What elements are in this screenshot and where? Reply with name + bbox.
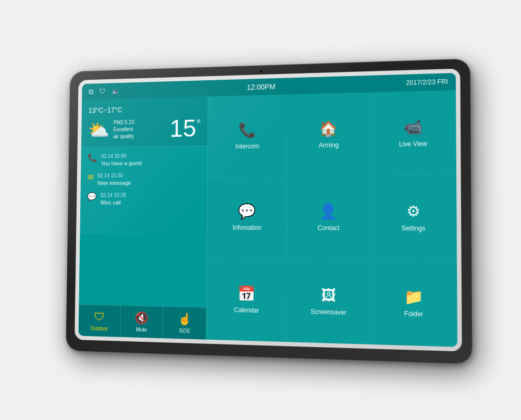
tablet-device: ⧉ 🛡 🔈 12:00PM 2017/2/23 FRI 13°C~17°C ⛅ — [66, 58, 472, 364]
notif-missed: 💬 02.14 10:28 Miss call — [87, 191, 200, 206]
notif-guest-text: 02.14 20:00 You have a guest — [101, 152, 142, 168]
missed-call-icon: 💬 — [87, 192, 97, 201]
information-button[interactable]: 💬 Infomation — [207, 176, 288, 258]
settings-icon: ⚙ — [406, 203, 420, 220]
information-icon: 💬 — [238, 203, 256, 220]
settings-button[interactable]: ⚙ Settings — [371, 175, 457, 261]
pm25-value: PM2.5 23 — [114, 119, 134, 126]
volume-icon: 🔈 — [111, 87, 120, 95]
shortcuts-section: 🛡 Outdoor 🔇 Mute ☝ SOS — [79, 304, 206, 339]
status-left-icons: ⧉ 🛡 🔈 — [89, 87, 120, 96]
outdoor-button[interactable]: 🛡 Outdoor — [79, 305, 121, 337]
weather-row: ⛅ PM2.5 23 Excellent air quality 15° — [88, 116, 201, 142]
notif-message: ✉ 02.14 15:30 New message — [88, 171, 201, 187]
intercom-button[interactable]: 📞 Intercom — [208, 94, 288, 176]
tablet-bezel: ⧉ 🛡 🔈 12:00PM 2017/2/23 FRI 13°C~17°C ⛅ — [75, 68, 462, 351]
contact-label: Contact — [318, 225, 340, 232]
calendar-button[interactable]: 📅 Calendar — [206, 258, 287, 342]
notifications-section: 📞 02.14 20:00 You have a guest ✉ 02.14 1… — [79, 146, 207, 307]
liveview-icon: 📹 — [403, 118, 423, 136]
message-icon: ✉ — [88, 172, 94, 182]
screensaver-button[interactable]: 🖼 Screensaver — [287, 259, 370, 344]
folder-label: Folder — [404, 310, 423, 318]
weather-section: 13°C~17°C ⛅ PM2.5 23 Excellent air quali… — [81, 96, 208, 147]
status-date: 2017/2/23 FRI — [406, 78, 448, 87]
intercom-icon: 📞 — [239, 121, 256, 139]
quality-label1: Excellent — [114, 126, 134, 133]
calendar-label: Calendar — [234, 306, 259, 314]
mute-button[interactable]: 🔇 Mute — [120, 306, 164, 338]
sos-icon: ☝ — [178, 312, 191, 326]
folder-icon: 📁 — [404, 288, 423, 306]
camera — [259, 69, 263, 73]
notif-message-text: 02.14 15:30 New message — [97, 171, 131, 187]
arming-label: Arming — [319, 141, 339, 149]
liveview-button[interactable]: 📹 Live View — [370, 90, 456, 175]
notif-missed-text: 02.14 10:28 Miss call — [101, 191, 126, 207]
mute-label: Mute — [136, 327, 147, 332]
phone-icon: 📞 — [88, 153, 97, 163]
arming-button[interactable]: 🏠 Arming — [288, 92, 370, 176]
screen: ⧉ 🛡 🔈 12:00PM 2017/2/23 FRI 13°C~17°C ⛅ — [79, 73, 457, 347]
outdoor-icon: 🛡 — [94, 311, 105, 324]
contact-button[interactable]: 👤 Contact — [288, 176, 370, 260]
contact-icon: 👤 — [319, 203, 338, 220]
weather-icon: ⛅ — [88, 119, 110, 141]
intercom-label: Intercom — [235, 142, 259, 150]
screensaver-icon: 🖼 — [321, 287, 336, 304]
shield-icon: 🛡 — [99, 87, 106, 95]
current-temp: 15° — [170, 116, 201, 141]
screensaver-label: Screensaver — [311, 308, 346, 316]
notif-guest: 📞 02.14 20:00 You have a guest — [88, 151, 201, 168]
calendar-icon: 📅 — [238, 285, 256, 303]
quality-label2: air quality — [113, 133, 134, 140]
app-grid: 📞 Intercom 🏠 Arming 📹 Live View 💬 Infoma… — [206, 90, 457, 347]
mute-icon: 🔇 — [135, 311, 148, 325]
left-panel: 13°C~17°C ⛅ PM2.5 23 Excellent air quali… — [79, 96, 208, 339]
status-time: 12:00PM — [247, 82, 276, 91]
outdoor-label: Outdoor — [90, 326, 108, 332]
folder-button[interactable]: 📁 Folder — [371, 260, 457, 347]
arming-icon: 🏠 — [319, 120, 338, 138]
settings-label: Settings — [401, 225, 425, 232]
sos-label: SOS — [179, 328, 190, 334]
main-content: 13°C~17°C ⛅ PM2.5 23 Excellent air quali… — [79, 90, 457, 347]
temp-range: 13°C~17°C — [89, 104, 201, 114]
air-quality-block: PM2.5 23 Excellent air quality — [113, 119, 134, 140]
liveview-label: Live View — [399, 140, 427, 148]
copy-icon: ⧉ — [89, 88, 93, 96]
information-label: Infomation — [232, 224, 261, 231]
sos-button[interactable]: ☝ SOS — [163, 307, 206, 340]
